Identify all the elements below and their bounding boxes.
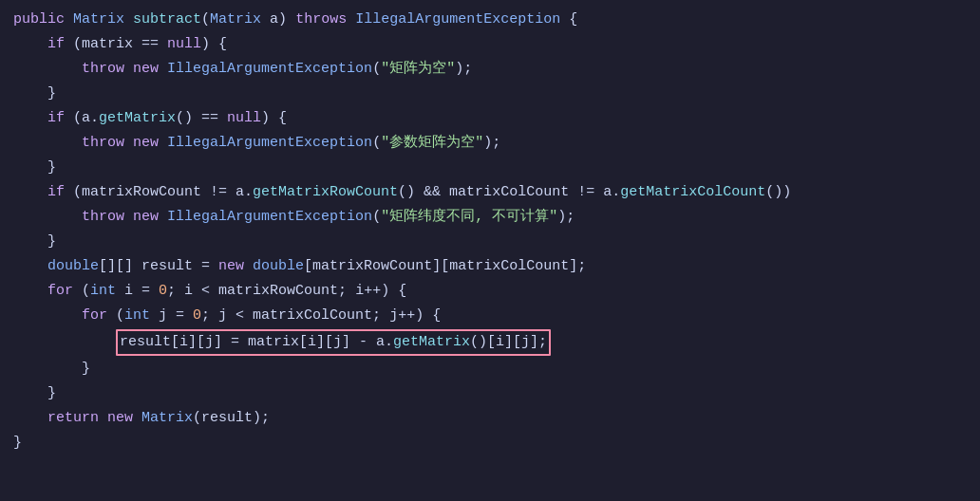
code-line: for (int i = 0; i < matrixRowCount; i++)…	[0, 279, 980, 304]
code-token: (	[73, 283, 90, 299]
code-token: if	[47, 184, 65, 200]
code-token: "矩阵纬度不同, 不可计算"	[381, 209, 557, 225]
code-token: null	[167, 36, 201, 52]
code-token: () && matrixColCount != a.	[398, 184, 620, 200]
code-token: IllegalArgumentException	[167, 209, 372, 225]
code-token	[99, 410, 107, 426]
code-token: (	[372, 135, 381, 151]
code-token: i =	[116, 283, 159, 299]
code-line: throw new IllegalArgumentException("参数矩阵…	[0, 131, 980, 156]
code-token: Matrix	[73, 11, 124, 28]
code-line: if (matrix == null) {	[0, 32, 980, 57]
code-line: throw new IllegalArgumentException("矩阵为空…	[0, 57, 980, 82]
code-token: (a.	[65, 110, 99, 126]
code-line: if (a.getMatrix() == null) {	[0, 106, 980, 131]
code-token	[124, 11, 133, 28]
code-token: null	[227, 110, 261, 126]
code-line: }	[0, 82, 980, 106]
code-token: }	[82, 361, 90, 377]
code-token: getMatrixRowCount	[253, 184, 398, 200]
code-token: (result);	[193, 410, 270, 426]
code-token	[159, 135, 167, 151]
code-token: );	[557, 209, 575, 225]
code-token: ; i < matrixRowCount; i++) {	[167, 283, 406, 299]
code-token: );	[483, 135, 500, 151]
code-token: j =	[150, 307, 193, 324]
code-token: IllegalArgumentException	[355, 11, 560, 28]
code-token: getMatrixColCount	[620, 184, 765, 200]
code-token: a)	[261, 11, 295, 28]
code-token: new	[133, 209, 159, 225]
code-token: }	[47, 385, 56, 401]
code-token: new	[107, 410, 133, 426]
code-token: ; j < matrixColCount; j++) {	[201, 307, 441, 324]
code-line: }	[0, 381, 980, 406]
code-token: (	[372, 61, 381, 77]
code-token: "参数矩阵为空"	[381, 135, 483, 151]
code-token: for	[47, 283, 73, 299]
code-token: );	[455, 61, 472, 77]
code-token: }	[47, 159, 56, 176]
code-token: (	[107, 307, 124, 324]
code-token: throw	[82, 135, 124, 151]
code-token: result[i][j] = matrix[i][j] - a.	[120, 334, 393, 350]
code-line: }	[0, 230, 980, 254]
code-token: (	[201, 11, 210, 28]
code-token: int	[124, 307, 150, 324]
code-token: IllegalArgumentException	[167, 135, 372, 151]
code-token: }	[47, 233, 56, 250]
code-token: "矩阵为空"	[381, 61, 455, 77]
code-token: throw	[82, 61, 124, 77]
code-token: double	[47, 258, 99, 274]
code-line: for (int j = 0; j < matrixColCount; j++)…	[0, 304, 980, 328]
highlighted-code-box: result[i][j] = matrix[i][j] - a.getMatri…	[116, 329, 551, 356]
code-token: IllegalArgumentException	[167, 61, 372, 77]
code-token: int	[90, 283, 116, 299]
code-token	[124, 135, 133, 151]
code-line: }	[0, 431, 980, 455]
code-line: double[][] result = new double[matrixRow…	[0, 254, 980, 279]
code-token: ())	[765, 184, 791, 200]
code-token: Matrix	[210, 11, 261, 28]
code-token: subtract	[133, 11, 201, 28]
code-token: }	[13, 435, 22, 451]
code-token: (matrixRowCount != a.	[65, 184, 253, 200]
code-token: 0	[159, 283, 167, 299]
code-token	[244, 258, 253, 274]
code-line: result[i][j] = matrix[i][j] - a.getMatri…	[0, 328, 980, 357]
code-editor: public Matrix subtract(Matrix a) throws …	[0, 0, 980, 501]
code-token: ) {	[261, 110, 287, 126]
code-token: ) {	[201, 36, 227, 52]
code-token: public	[13, 11, 65, 28]
code-token: if	[47, 36, 65, 52]
code-token: (matrix ==	[65, 36, 167, 52]
code-token: new	[133, 61, 159, 77]
code-token	[65, 11, 73, 28]
code-line: throw new IllegalArgumentException("矩阵纬度…	[0, 205, 980, 230]
code-token	[159, 209, 167, 225]
code-token: for	[82, 307, 107, 324]
code-token: [][] result =	[99, 258, 218, 274]
code-token: {	[560, 11, 577, 28]
code-token	[347, 11, 355, 28]
code-token: if	[47, 110, 65, 126]
code-token: }	[47, 85, 56, 102]
code-token	[124, 209, 133, 225]
code-token: ()[i][j];	[470, 334, 547, 350]
code-token: [matrixRowCount][matrixColCount];	[304, 258, 586, 274]
code-line: }	[0, 357, 980, 381]
code-line: return new Matrix(result);	[0, 406, 980, 431]
code-token: () ==	[176, 110, 227, 126]
code-token: new	[218, 258, 244, 274]
code-token	[159, 61, 167, 77]
code-token: throws	[295, 11, 347, 28]
code-token: double	[253, 258, 304, 274]
code-token: (	[372, 209, 381, 225]
code-token	[133, 410, 141, 426]
code-token	[124, 61, 133, 77]
code-token: return	[47, 410, 99, 426]
code-token: getMatrix	[99, 110, 176, 126]
code-token: new	[133, 135, 159, 151]
code-line: }	[0, 156, 980, 180]
code-line: if (matrixRowCount != a.getMatrixRowCoun…	[0, 180, 980, 205]
